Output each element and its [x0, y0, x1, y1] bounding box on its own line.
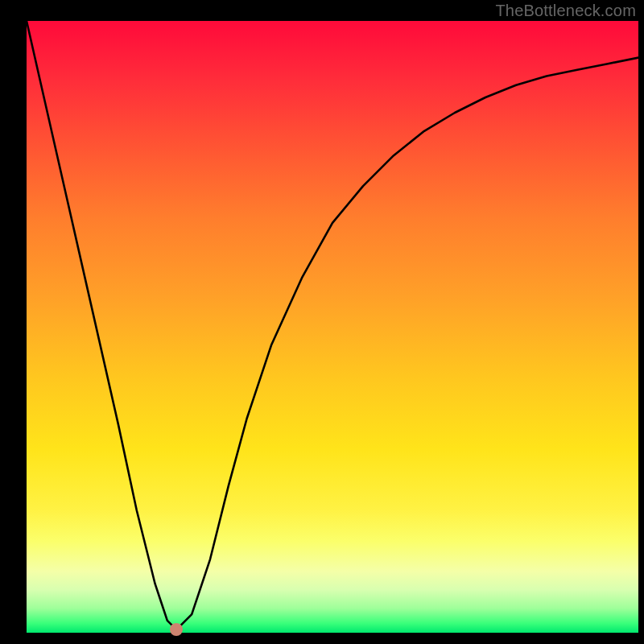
- bottleneck-curve: [27, 21, 638, 633]
- plot-area: [27, 21, 638, 633]
- chart-stage: TheBottleneck.com: [0, 0, 644, 644]
- watermark-label: TheBottleneck.com: [495, 2, 636, 20]
- optimal-point-marker: [170, 623, 183, 636]
- curve-path: [27, 21, 638, 626]
